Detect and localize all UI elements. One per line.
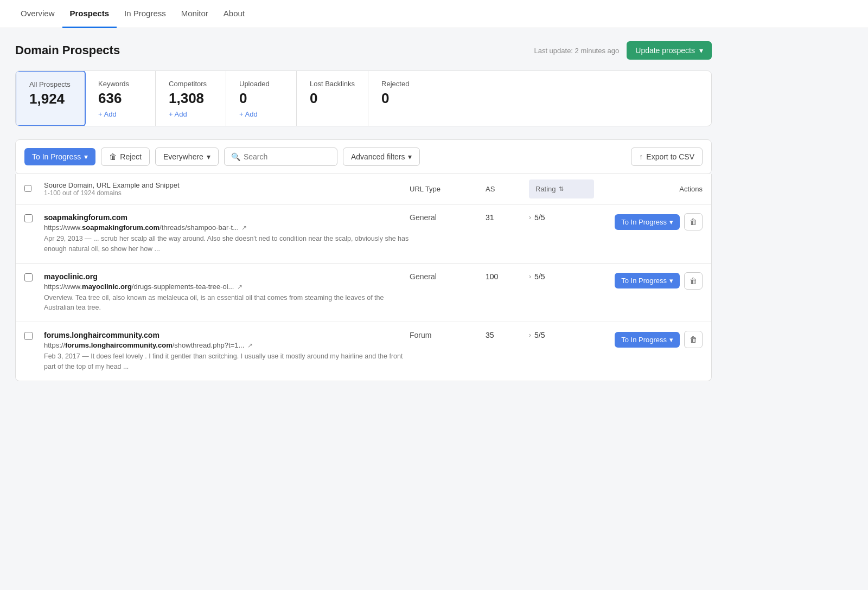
rating-0: ›5/5 (529, 213, 594, 222)
nav-item-about[interactable]: About (216, 0, 252, 28)
actions-cell-1: To In Progress ▾🗑 (594, 272, 703, 290)
stat-label-2: Competitors (169, 80, 213, 88)
nav-item-prospects[interactable]: Prospects (62, 0, 117, 28)
external-link-icon-2[interactable]: ↗ (245, 342, 252, 349)
advanced-filters-button[interactable]: Advanced filters ▾ (343, 148, 420, 166)
url-type-2: Forum (410, 331, 486, 339)
chevron-down-icon: ▾ (408, 152, 412, 161)
to-in-progress-button[interactable]: To In Progress ▾ (24, 148, 95, 165)
select-all-checkbox[interactable] (24, 185, 31, 192)
domain-name-1: mayoclinic.org (44, 272, 410, 281)
external-link-icon-0[interactable]: ↗ (240, 224, 247, 232)
page-header: Domain Prospects Last update: 2 minutes … (15, 41, 712, 60)
url-type-1: General (410, 272, 486, 281)
export-label: Export to CSV (646, 152, 694, 161)
table-row: forums.longhaircommunity.comhttps://foru… (16, 322, 711, 381)
toolbar: To In Progress ▾ 🗑 Reject Everywhere ▾ 🔍… (15, 139, 712, 174)
domain-snippet-1: Overview. Tea tree oil, also known as me… (44, 293, 410, 313)
domain-snippet-2: Feb 3, 2017 — It does feel lovely . I fi… (44, 351, 410, 372)
external-link-icon-1[interactable]: ↗ (235, 283, 242, 291)
chevron-down-icon: ▾ (84, 152, 88, 161)
row-checkbox-input-2[interactable] (24, 332, 33, 340)
stat-add-3[interactable]: + Add (239, 110, 283, 118)
th-actions: Actions (594, 185, 703, 193)
as-score-2: 35 (486, 331, 529, 339)
table-row: mayoclinic.orghttps://www.mayoclinic.org… (16, 264, 711, 323)
page-title: Domain Prospects (15, 43, 120, 57)
stat-label-5: Rejected (381, 80, 426, 88)
url-type-0: General (410, 213, 486, 222)
stat-label-4: Lost Backlinks (310, 80, 355, 88)
row-checkbox-1 (24, 272, 44, 281)
reject-button[interactable]: 🗑 Reject (101, 148, 150, 166)
search-wrapper: 🔍 (224, 148, 337, 166)
everywhere-label: Everywhere (163, 152, 203, 161)
to-in-progress-row-button-0[interactable]: To In Progress ▾ (615, 214, 680, 230)
delete-row-button-2[interactable]: 🗑 (684, 331, 703, 348)
header-right: Last update: 2 minutes ago Update prospe… (534, 41, 712, 60)
everywhere-dropdown[interactable]: Everywhere ▾ (155, 148, 219, 166)
advanced-filters-label: Advanced filters (351, 152, 405, 161)
export-csv-button[interactable]: ↑ Export to CSV (631, 148, 703, 166)
domain-cell-0: soapmakingforum.comhttps://www.soapmakin… (44, 213, 410, 254)
th-checkbox (24, 185, 44, 194)
update-prospects-button[interactable]: Update prospects ▾ (627, 41, 712, 60)
nav-item-overview[interactable]: Overview (13, 0, 62, 28)
reject-icon: 🗑 (109, 152, 117, 161)
stat-card-lost-backlinks[interactable]: Lost Backlinks0 (297, 71, 368, 126)
row-checkbox-2 (24, 331, 44, 340)
nav-item-monitor[interactable]: Monitor (174, 0, 216, 28)
rating-value-2: 5/5 (534, 331, 545, 339)
th-rating-label: Rating (535, 185, 556, 193)
search-icon: 🔍 (231, 152, 240, 161)
delete-row-button-1[interactable]: 🗑 (684, 272, 703, 290)
stat-label-3: Uploaded (239, 80, 283, 88)
as-score-0: 31 (486, 213, 529, 222)
chevron-down-icon: ▾ (669, 218, 673, 226)
to-in-progress-row-button-2[interactable]: To In Progress ▾ (615, 332, 680, 348)
domain-cell-1: mayoclinic.orghttps://www.mayoclinic.org… (44, 272, 410, 313)
actions-cell-0: To In Progress ▾🗑 (594, 213, 703, 230)
stat-card-keywords[interactable]: Keywords636+ Add (85, 71, 156, 126)
stat-card-uploaded[interactable]: Uploaded0+ Add (226, 71, 297, 126)
nav-item-in-progress[interactable]: In Progress (117, 0, 174, 28)
stat-card-all-prospects[interactable]: All Prospects1,924 (15, 70, 86, 126)
stat-add-2[interactable]: + Add (169, 110, 213, 118)
action-label-2: To In Progress (621, 336, 667, 344)
stat-value-0: 1,924 (29, 91, 72, 107)
stat-label-1: Keywords (98, 80, 142, 88)
table-body: soapmakingforum.comhttps://www.soapmakin… (16, 204, 711, 381)
delete-row-button-0[interactable]: 🗑 (684, 213, 703, 230)
domain-snippet-0: Apr 29, 2013 — ... scrub her scalp all t… (44, 234, 410, 254)
th-as: AS (486, 185, 529, 193)
to-in-progress-row-button-1[interactable]: To In Progress ▾ (615, 273, 680, 288)
stat-card-rejected[interactable]: Rejected0 (368, 71, 439, 126)
chevron-right-icon: › (529, 214, 531, 221)
domain-name-0: soapmakingforum.com (44, 213, 410, 222)
to-in-progress-label: To In Progress (32, 152, 81, 161)
row-checkbox-0 (24, 213, 44, 222)
stat-value-1: 636 (98, 90, 142, 107)
rating-value-0: 5/5 (534, 213, 545, 222)
th-rating[interactable]: Rating ⇅ (529, 179, 594, 198)
main-content: Domain Prospects Last update: 2 minutes … (0, 28, 727, 394)
row-checkbox-input-1[interactable] (24, 273, 33, 281)
trash-icon: 🗑 (690, 335, 697, 344)
trash-icon: 🗑 (690, 217, 697, 226)
stat-card-competitors[interactable]: Competitors1,308+ Add (156, 71, 226, 126)
domain-cell-2: forums.longhaircommunity.comhttps://foru… (44, 331, 410, 372)
stat-add-1[interactable]: + Add (98, 110, 142, 118)
trash-icon: 🗑 (690, 277, 697, 285)
export-icon: ↑ (639, 152, 643, 161)
search-input[interactable] (244, 152, 330, 161)
th-source-sublabel: 1-100 out of 1924 domains (44, 189, 410, 197)
table-container: Source Domain, URL Example and Snippet 1… (15, 174, 712, 381)
th-url-type: URL Type (410, 185, 486, 193)
chevron-down-icon: ▾ (669, 277, 673, 285)
row-checkbox-input-0[interactable] (24, 214, 33, 222)
domain-name-2: forums.longhaircommunity.com (44, 331, 410, 339)
domain-url-1: https://www.mayoclinic.org/drugs-supplem… (44, 283, 410, 291)
action-label-0: To In Progress (621, 218, 667, 226)
top-navigation: OverviewProspectsIn ProgressMonitorAbout (0, 0, 868, 28)
as-score-1: 100 (486, 272, 529, 281)
